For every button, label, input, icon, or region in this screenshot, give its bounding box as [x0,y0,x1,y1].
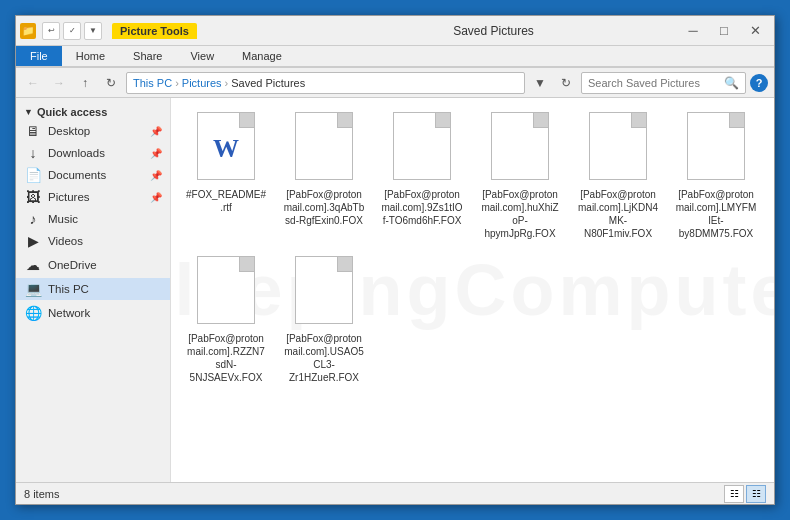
pin-icon-documents: 📌 [150,170,162,181]
file-item-7[interactable]: [PabFox@protonmail.com].RZZN7sdN-5NJSAEV… [181,252,271,388]
sidebar-label-desktop: Desktop [48,125,90,137]
tab-view[interactable]: View [176,46,228,66]
file-item-8[interactable]: [PabFox@protonmail.com].USAO5CL3-Zr1HZue… [279,252,369,388]
network-section: 🌐 Network [16,302,170,324]
file-item-4[interactable]: [PabFox@protonmail.com].huXhiZoP-hpymJpR… [475,108,565,244]
file-item-6[interactable]: [PabFox@protonmail.com].LMYFMlEt-by8DMM7… [671,108,761,244]
quick-access-toolbar: ↩ ✓ ▼ [42,22,102,40]
ribbon: File Home Share View Manage [16,46,774,68]
view-toggle: ☷ ☷ [724,485,766,503]
sidebar-label-pictures: Pictures [48,191,90,203]
file-name-3: [PabFox@protonmail.com].9Zs1tIOf-TO6md6h… [381,188,463,227]
sidebar-item-onedrive[interactable]: ☁ OneDrive [16,254,170,276]
maximize-button[interactable]: □ [709,19,739,43]
grid-view-button[interactable]: ☷ [746,485,766,503]
sidebar-item-documents[interactable]: 📄 Documents 📌 [16,164,170,186]
file-item-2[interactable]: [PabFox@protonmail.com].3qAbTbsd-RgfExin… [279,108,369,244]
status-bar: 8 items ☷ ☷ [16,482,774,504]
sidebar-label-music: Music [48,213,78,225]
pictures-icon: 🖼 [24,189,42,205]
file-name-4: [PabFox@protonmail.com].huXhiZoP-hpymJpR… [479,188,561,240]
minimize-button[interactable]: ─ [678,19,708,43]
sidebar-item-this-pc[interactable]: 💻 This PC [16,278,170,300]
tab-file[interactable]: File [16,46,62,66]
breadcrumb-pictures[interactable]: Pictures [182,77,222,89]
file-name-7: [PabFox@protonmail.com].RZZN7sdN-5NJSAEV… [185,332,267,384]
file-icon-1: W [194,112,258,184]
tab-home[interactable]: Home [62,46,119,66]
quick-access-section: ▼ Quick access 🖥 Desktop 📌 ↓ Downloads 📌… [16,102,170,252]
search-box[interactable]: 🔍 [581,72,746,94]
tab-manage[interactable]: Manage [228,46,296,66]
status-item-count: 8 items [24,488,59,500]
generic-doc-icon-3 [393,112,451,180]
file-item-1[interactable]: W #FOX_README#.rtf [181,108,271,244]
sidebar-item-network[interactable]: 🌐 Network [16,302,170,324]
tab-share[interactable]: Share [119,46,176,66]
pin-icon-downloads: 📌 [150,148,162,159]
sidebar-item-desktop[interactable]: 🖥 Desktop 📌 [16,120,170,142]
quick-access-header: ▼ Quick access [16,102,170,120]
qa-btn-2[interactable]: ✓ [63,22,81,40]
file-item-5[interactable]: [PabFox@protonmail.com].LjKDN4MK-N80F1mi… [573,108,663,244]
downloads-icon: ↓ [24,145,42,161]
list-view-button[interactable]: ☷ [724,485,744,503]
quick-access-chevron: ▼ [24,107,33,117]
pin-icon-pictures: 📌 [150,192,162,203]
search-input[interactable] [588,77,720,89]
qa-btn-1[interactable]: ↩ [42,22,60,40]
word-doc-icon: W [197,112,255,180]
app-icon: 📁 [20,23,36,39]
file-icon-3 [390,112,454,184]
help-button[interactable]: ? [750,74,768,92]
sidebar-item-downloads[interactable]: ↓ Downloads 📌 [16,142,170,164]
file-item-3[interactable]: [PabFox@protonmail.com].9Zs1tIOf-TO6md6h… [377,108,467,244]
sidebar-item-music[interactable]: ♪ Music [16,208,170,230]
pin-icon-desktop: 📌 [150,126,162,137]
file-area: W #FOX_README#.rtf [PabFox@protonmail.co… [171,98,774,482]
sidebar-label-this-pc: This PC [48,283,89,295]
sidebar-label-network: Network [48,307,90,319]
desktop-icon: 🖥 [24,123,42,139]
sidebar-item-pictures[interactable]: 🖼 Pictures 📌 [16,186,170,208]
file-icon-2 [292,112,356,184]
generic-doc-icon-6 [687,112,745,180]
close-button[interactable]: ✕ [740,19,770,43]
qa-btn-3[interactable]: ▼ [84,22,102,40]
file-icon-4 [488,112,552,184]
word-logo: W [213,134,239,164]
file-name-2: [PabFox@protonmail.com].3qAbTbsd-RgfExin… [283,188,365,227]
search-refresh-button[interactable]: ↻ [555,72,577,94]
up-button[interactable]: ↑ [74,72,96,94]
generic-doc-icon-7 [197,256,255,324]
refresh-button[interactable]: ↻ [100,72,122,94]
sidebar-label-downloads: Downloads [48,147,105,159]
breadcrumb-this-pc[interactable]: This PC [133,77,172,89]
forward-button[interactable]: → [48,72,70,94]
title-bar: 📁 ↩ ✓ ▼ Picture Tools Saved Pictures ─ □… [16,16,774,46]
sidebar-item-videos[interactable]: ▶ Videos [16,230,170,252]
back-button[interactable]: ← [22,72,44,94]
videos-icon: ▶ [24,233,42,249]
breadcrumb[interactable]: ​ This PC › Pictures › Saved Pictures [126,72,525,94]
dropdown-button[interactable]: ▼ [529,72,551,94]
explorer-window: 📁 ↩ ✓ ▼ Picture Tools Saved Pictures ─ □… [15,15,775,505]
breadcrumb-sep-1: › [175,77,179,89]
generic-doc-icon-8 [295,256,353,324]
quick-access-label: Quick access [37,106,107,118]
file-name-6: [PabFox@protonmail.com].LMYFMlEt-by8DMM7… [675,188,757,240]
picture-tools-tab-area: Picture Tools [112,23,197,39]
onedrive-section: ☁ OneDrive [16,254,170,276]
window-title: Saved Pictures [309,24,678,38]
breadcrumb-sep-2: › [225,77,229,89]
this-pc-icon: 💻 [24,281,42,297]
network-icon: 🌐 [24,305,42,321]
sidebar-label-documents: Documents [48,169,106,181]
file-icon-5 [586,112,650,184]
file-name-5: [PabFox@protonmail.com].LjKDN4MK-N80F1mi… [577,188,659,240]
picture-tools-tab[interactable]: Picture Tools [112,23,197,39]
file-icon-8 [292,256,356,328]
search-icon: 🔍 [724,76,739,90]
file-icon-6 [684,112,748,184]
sidebar-label-videos: Videos [48,235,83,247]
